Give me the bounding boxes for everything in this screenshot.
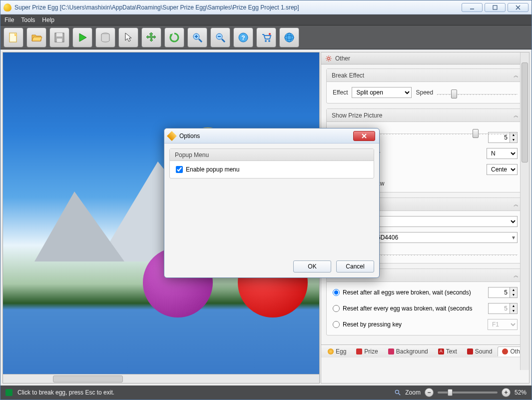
window-title: Super Prize Egg [C:\Users\mashixin\AppDa…: [14, 4, 299, 11]
reset-key-select[interactable]: F1: [488, 319, 518, 330]
titlebar: Super Prize Egg [C:\Users\mashixin\AppDa…: [0, 0, 532, 14]
horizontal-scrollbar[interactable]: [3, 374, 319, 383]
collapse-icon[interactable]: ︽: [514, 112, 519, 119]
tab-text[interactable]: AText: [434, 346, 462, 356]
svg-point-24: [269, 33, 271, 35]
menubar: File Tools Help: [0, 14, 532, 26]
zoom-in-button[interactable]: [187, 28, 207, 48]
database-button[interactable]: [95, 28, 115, 48]
speed-slider[interactable]: [437, 88, 518, 98]
panel-vertical-scrollbar[interactable]: [520, 52, 529, 370]
dialog-icon: [167, 131, 177, 141]
enable-popup-checkbox[interactable]: [176, 166, 183, 173]
show-prize-title: Show Prize Picture: [332, 112, 382, 119]
help-button[interactable]: ?: [233, 28, 253, 48]
svg-point-23: [268, 40, 270, 42]
pointer-button[interactable]: [118, 28, 138, 48]
dialog-title-text: Options: [179, 132, 200, 140]
to-egg-select[interactable]: Center: [487, 164, 518, 175]
svg-point-28: [328, 57, 330, 60]
tab-egg[interactable]: Egg: [323, 346, 351, 356]
new-button[interactable]: [3, 28, 23, 48]
ok-button[interactable]: OK: [293, 260, 331, 272]
cart-button[interactable]: [256, 28, 276, 48]
collapse-icon[interactable]: ︽: [514, 272, 519, 279]
svg-point-22: [265, 40, 267, 42]
svg-rect-8: [57, 38, 62, 42]
zoom-out-button[interactable]: [210, 28, 230, 48]
fieldset-title: Popup Menu: [170, 149, 374, 161]
maximize-button[interactable]: [485, 3, 506, 12]
reset-all-label: Reset after all eggs were broken, wait (…: [343, 289, 471, 296]
panel-title: Other: [335, 55, 350, 62]
open-button[interactable]: [26, 28, 46, 48]
popup-menu-fieldset: Popup Menu Enable popup menu: [169, 148, 374, 178]
effect-select[interactable]: Split open: [352, 87, 412, 98]
reset-all-spin[interactable]: ▲▼: [488, 287, 518, 298]
svg-rect-7: [56, 33, 62, 36]
reset-radio-every[interactable]: [333, 305, 340, 312]
break-effect-group: Break Effect︽ Effect Split open Speed: [326, 68, 524, 104]
svg-line-14: [199, 39, 202, 42]
svg-rect-1: [493, 6, 497, 10]
status-hint: Click to break egg, press Esc to exit.: [17, 389, 114, 396]
zoom-icon: [394, 389, 401, 396]
svg-line-30: [399, 394, 401, 396]
dialog-titlebar[interactable]: Options: [164, 128, 379, 144]
reset-radio-all[interactable]: [333, 289, 340, 296]
toolbar: ?: [0, 26, 532, 50]
collapse-icon[interactable]: ︽: [514, 201, 519, 208]
tab-prize[interactable]: Prize: [352, 346, 382, 356]
menu-help[interactable]: Help: [42, 16, 54, 24]
svg-point-29: [396, 390, 399, 394]
reset-every-spin[interactable]: ▲▼: [488, 303, 518, 314]
svg-marker-11: [125, 33, 131, 42]
zoom-slider[interactable]: [438, 392, 498, 394]
side-tabs: Egg Prize Background AText Sound Other: [321, 344, 529, 358]
reset-key-label: Reset by pressing key: [343, 321, 402, 328]
zoom-label: Zoom: [405, 389, 421, 396]
enable-popup-row[interactable]: Enable popup menu: [176, 166, 368, 173]
panel-header: Other: [321, 52, 529, 64]
hint-icon: [5, 389, 12, 396]
rotate-button[interactable]: [164, 28, 184, 48]
gear-icon: [325, 55, 332, 62]
menu-tools[interactable]: Tools: [21, 16, 35, 24]
reset-mode-group: Reset Mode︽ Reset after all eggs were br…: [326, 268, 524, 336]
tab-background[interactable]: Background: [384, 346, 433, 356]
reset-radio-key[interactable]: [333, 321, 340, 328]
svg-line-18: [222, 39, 225, 42]
app-window: Super Prize Egg [C:\Users\mashixin\AppDa…: [0, 0, 532, 400]
zoom-plus-button[interactable]: +: [502, 388, 511, 397]
globe-button[interactable]: [279, 28, 299, 48]
svg-text:?: ?: [241, 34, 245, 42]
move-button[interactable]: [141, 28, 161, 48]
minimize-button[interactable]: [462, 3, 483, 12]
options-dialog: Options Popup Menu Enable popup menu OK …: [164, 128, 380, 278]
dialog-close-button[interactable]: [353, 131, 375, 141]
statusbar: Click to break egg, press Esc to exit. Z…: [0, 386, 532, 400]
menu-file[interactable]: File: [4, 16, 14, 24]
save-button[interactable]: [49, 28, 69, 48]
close-button[interactable]: [508, 3, 529, 12]
svg-point-25: [285, 33, 294, 42]
effect-label: Effect: [333, 89, 348, 96]
after-key-select[interactable]: N: [487, 148, 518, 159]
speed-label: Speed: [416, 89, 433, 96]
tab-sound[interactable]: Sound: [463, 346, 497, 356]
play-button[interactable]: [72, 28, 92, 48]
zoom-minus-button[interactable]: −: [425, 388, 434, 397]
svg-marker-9: [79, 34, 86, 42]
zoom-value: 52%: [515, 389, 527, 396]
break-effect-title: Break Effect: [332, 72, 364, 79]
reset-every-label: Reset after every egg was broken, wait (…: [343, 305, 472, 312]
cancel-button[interactable]: Cancel: [336, 260, 374, 272]
enable-popup-label: Enable popup menu: [186, 166, 239, 173]
collapse-icon[interactable]: ︽: [514, 72, 519, 79]
app-icon: [3, 4, 11, 12]
